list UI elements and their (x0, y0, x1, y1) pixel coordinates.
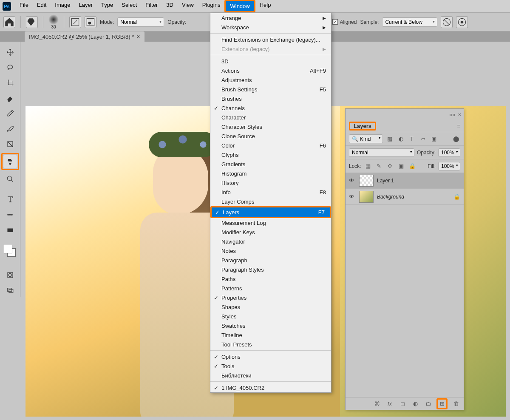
lock-all-icon[interactable]: 🔒 (408, 162, 416, 170)
menu-type[interactable]: Type (97, 0, 117, 12)
document-tab[interactable]: IMG_4050.CR2 @ 25% (Layer 1, RGB/8) * × (25, 31, 144, 42)
pressure-icon[interactable] (456, 16, 468, 28)
menu-item-modifier-keys[interactable]: Modifier Keys (210, 227, 331, 237)
menu-item-clone-source[interactable]: Clone Source (210, 131, 331, 141)
menu-item-find-extensions-on-exchange-legacy-[interactable]: Find Extensions on Exchange (legacy)... (210, 35, 331, 44)
crop-tool[interactable] (3, 77, 17, 89)
type-tool[interactable] (3, 193, 17, 206)
menu-item-layer-comps[interactable]: Layer Comps (210, 197, 331, 206)
close-icon[interactable]: × (136, 33, 140, 40)
menu-item-paths[interactable]: Paths (210, 274, 331, 284)
blend-mode-select[interactable]: Normal (349, 148, 414, 157)
group-icon[interactable]: 🗀 (424, 400, 432, 408)
menu-item-navigator[interactable]: Navigator (210, 237, 331, 246)
filter-adj-icon[interactable]: ◐ (397, 135, 405, 143)
new-layer-icon[interactable]: ⊞ (438, 400, 446, 408)
menu-item-glyphs[interactable]: Glyphs (210, 150, 331, 159)
menu-item-histogram[interactable]: Histogram (210, 169, 331, 178)
menu-item-tools[interactable]: ✓Tools (210, 361, 331, 371)
menu-item-layers[interactable]: ✓LayersF7 (212, 207, 330, 217)
menu-item-info[interactable]: InfoF8 (210, 187, 331, 197)
menu-item-workspace[interactable]: Workspace▶ (210, 23, 331, 32)
tool-preset-icon[interactable] (26, 16, 38, 28)
layer-thumbnail[interactable] (359, 191, 374, 203)
menu-item-character-styles[interactable]: Character Styles (210, 122, 331, 131)
menu-item-history[interactable]: History (210, 178, 331, 187)
menu-help[interactable]: Help (255, 0, 275, 12)
color-swatches[interactable] (4, 245, 17, 258)
screen-mode-tool[interactable] (3, 284, 17, 297)
brush-tool[interactable] (3, 122, 17, 135)
menu-item--[interactable]: Библиотеки (210, 371, 331, 380)
fx-icon[interactable]: fx (385, 400, 394, 408)
filter-type-select[interactable]: 🔍 Kind (349, 134, 383, 143)
menu-item-character[interactable]: Character (210, 113, 331, 122)
opacity-value[interactable]: 100% (438, 148, 460, 157)
ignore-adj-icon[interactable] (441, 16, 453, 28)
move-tool[interactable] (3, 46, 17, 59)
eraser-tool[interactable] (3, 92, 17, 105)
adjustment-icon[interactable]: ◐ (411, 400, 419, 408)
clone-stamp-tool[interactable] (3, 155, 17, 168)
menu-filter[interactable]: Filter (141, 0, 162, 12)
hand-tool[interactable] (3, 224, 17, 236)
filter-pixel-icon[interactable]: ▧ (385, 135, 394, 143)
brush-panel-icon[interactable] (69, 16, 81, 28)
zoom-tool[interactable] (3, 173, 17, 185)
brush-preview-icon[interactable] (48, 14, 59, 25)
close-panel-icon[interactable]: × (458, 111, 461, 118)
filter-smart-icon[interactable]: ▣ (430, 135, 438, 143)
menu-item-3d[interactable]: 3D (210, 57, 331, 66)
eyedropper-tool[interactable] (3, 107, 17, 120)
aligned-checkbox[interactable]: ✓ (332, 19, 338, 25)
menu-item-1-img-4050-cr2[interactable]: ✓1 IMG_4050.CR2 (210, 383, 331, 392)
blend-mode-select[interactable]: Normal (117, 17, 164, 27)
menu-item-actions[interactable]: ActionsAlt+F9 (210, 66, 331, 75)
lock-artboard-icon[interactable]: ▣ (397, 162, 405, 170)
menu-item-shapes[interactable]: Shapes (210, 302, 331, 312)
filter-toggle-icon[interactable]: ⬤ (452, 135, 460, 143)
home-icon[interactable] (3, 16, 15, 28)
menu-view[interactable]: View (178, 0, 198, 12)
sample-select[interactable]: Current & Below (382, 17, 437, 27)
menu-item-adjustments[interactable]: Adjustments (210, 75, 331, 85)
layer-thumbnail[interactable] (359, 175, 374, 187)
layers-tab[interactable]: Layers (350, 121, 375, 131)
menu-item-brush-settings[interactable]: Brush SettingsF5 (210, 85, 331, 94)
lasso-tool[interactable] (3, 61, 17, 74)
clone-panel-icon[interactable] (85, 16, 96, 28)
menu-file[interactable]: File (15, 0, 33, 12)
menu-item-notes[interactable]: Notes (210, 246, 331, 255)
lock-pos-icon[interactable]: ✥ (386, 162, 394, 170)
menu-item-styles[interactable]: Styles (210, 312, 331, 321)
menu-item-options[interactable]: ✓Options (210, 352, 331, 361)
menu-item-timeline[interactable]: Timeline (210, 330, 331, 340)
menu-window[interactable]: Window (226, 1, 254, 11)
menu-item-measurement-log[interactable]: Measurement Log (210, 218, 331, 227)
menu-3d[interactable]: 3D (162, 0, 178, 12)
menu-item-arrange[interactable]: Arrange▶ (210, 13, 331, 23)
menu-item-properties[interactable]: ✓Properties (210, 293, 331, 302)
menu-item-paragraph[interactable]: Paragraph (210, 255, 331, 265)
more-tools[interactable]: ••• (3, 208, 17, 221)
menu-plugins[interactable]: Plugins (198, 0, 225, 12)
menu-item-color[interactable]: ColorF6 (210, 141, 331, 150)
quick-mask-tool[interactable] (3, 269, 17, 281)
lock-trans-icon[interactable]: ▦ (364, 162, 372, 170)
lock-paint-icon[interactable]: ✎ (375, 162, 383, 170)
menu-item-swatches[interactable]: Swatches (210, 321, 331, 330)
visibility-icon[interactable]: 👁 (349, 193, 356, 200)
fill-value[interactable]: 100% (438, 162, 460, 170)
filter-type-icon[interactable]: T (408, 135, 416, 143)
menu-select[interactable]: Select (117, 0, 141, 12)
layer-row[interactable]: 👁Layer 1 (346, 173, 464, 189)
mask-icon[interactable]: ◻ (398, 400, 407, 408)
menu-item-gradients[interactable]: Gradients (210, 159, 331, 169)
menu-item-patterns[interactable]: Patterns (210, 284, 331, 293)
menu-layer[interactable]: Layer (75, 0, 97, 12)
delete-layer-icon[interactable]: 🗑 (452, 400, 460, 408)
filter-shape-icon[interactable]: ▱ (419, 135, 427, 143)
layer-row[interactable]: 👁Background🔒 (346, 189, 464, 205)
menu-item-brushes[interactable]: Brushes (210, 94, 331, 103)
menu-image[interactable]: Image (51, 0, 74, 12)
